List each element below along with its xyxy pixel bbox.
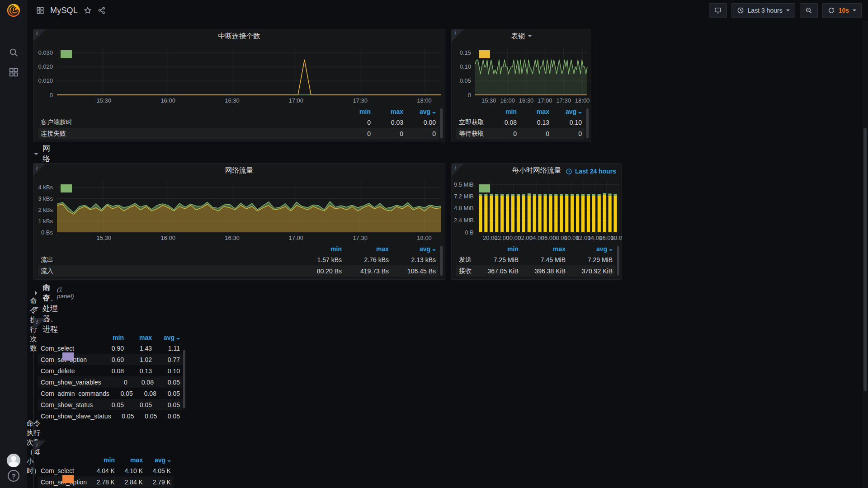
legend: minmaxavg 客户端超时00.030.00连接失败000 [33,106,445,141]
star-icon[interactable] [84,6,92,14]
chevron-down-icon [786,9,790,11]
legend-sort-max[interactable]: max [517,108,549,115]
panel-title[interactable]: 表锁 [452,29,591,43]
legend-sort-max[interactable]: max [519,245,566,253]
legend-sort-min[interactable]: min [338,108,371,115]
zoom-out-button[interactable] [800,3,818,18]
svg-text:1 kBs: 1 kBs [38,218,53,225]
panel-aborted-connections: i 中断连接个数 15:3016:0016:3017:0017:3018:000… [33,29,445,142]
svg-text:0.030: 0.030 [38,49,53,56]
chevron-down-icon [528,35,532,37]
legend-row[interactable]: Com_show_status0.050.050.05 [38,399,183,410]
svg-text:17:00: 17:00 [288,235,303,241]
legend-sort-avg[interactable]: avg [152,334,180,341]
dashboard-grid-icon[interactable] [36,6,44,14]
legend-sort-min[interactable]: min [472,245,519,253]
legend-sort-max[interactable]: max [371,108,403,115]
legend-row[interactable]: 发送7.25 MiB7.45 MiB7.29 MiB [456,254,615,265]
panel-count: (1 panel) [57,286,74,300]
svg-text:16:30: 16:30 [225,235,240,241]
legend-row[interactable]: Com_show_slave_status0.050.050.05 [38,410,183,422]
legend-row[interactable]: 流出1.57 kBs2.76 kBs2.13 kBs [38,254,439,265]
legend: minmaxavg Com_select0.901.431.11Com_set_… [35,332,188,431]
panel-command-counters: i 命令执行次数 15:1015:2015:3015:4015:5016:001… [33,318,34,435]
legend-sort-min[interactable]: min [295,245,342,253]
legend-scrollbar[interactable] [586,108,589,138]
search-icon[interactable] [0,42,27,62]
panel-command-counters-hourly: i Last 24 hours 命令执行次数（每小时） 20:0022:0000… [33,440,34,488]
legend-row[interactable]: Com_select4.04 K4.10 K4.05 K [38,465,174,476]
svg-text:16:30: 16:30 [225,97,240,104]
legend-row[interactable]: Com_set_option0.601.020.77 [38,354,183,365]
share-icon[interactable] [98,6,106,14]
legend-row[interactable]: Com_show_variables00.080.05 [38,376,183,388]
legend-row[interactable]: 流入80.20 Bs419.73 Bs106.45 Bs [38,265,439,277]
time-range-badge[interactable]: Last 24 hours [566,168,616,175]
panel-title[interactable]: 中断连接个数 [33,29,445,43]
svg-text:0 B: 0 B [465,229,474,236]
legend-sort-avg[interactable]: avg [566,245,613,253]
dashboard-title[interactable]: MySQL [50,6,78,15]
legend-sort-avg[interactable]: avg [549,108,582,115]
svg-text:18:00: 18:00 [611,235,622,241]
svg-text:17:30: 17:30 [353,97,368,104]
legend-row[interactable]: 连接失败000 [38,128,439,139]
legend-header: minmaxavg [38,107,439,117]
svg-text:18:00: 18:00 [575,97,590,104]
user-avatar[interactable] [7,454,20,467]
panel-hourly-network-traffic: i Last 24 hours 每小时网络流量 20:0022:0000:000… [451,163,622,280]
svg-text:2 kBs: 2 kBs [38,206,53,213]
legend-header: minmaxavg [456,244,615,254]
legend-sort-avg[interactable]: avg [143,456,171,464]
dashboards-icon[interactable] [0,62,27,82]
help-icon[interactable]: ? [8,470,19,482]
time-range-picker[interactable]: Last 3 hours [731,3,795,18]
legend-row[interactable]: Com_select0.901.431.11 [38,343,183,354]
chevron-right-icon [35,291,38,295]
tv-mode-button[interactable] [709,3,727,18]
legend-sort-max[interactable]: max [124,334,152,341]
table-locks-chart[interactable]: 15:3016:0016:3017:0017:3018:000.150.100.… [452,43,591,106]
legend-sort-min[interactable]: min [96,334,124,341]
legend-header: minmaxavg [456,107,585,117]
legend: minmaxavg 立即获取0.080.130.10等待获取000 [452,106,591,141]
svg-text:0.020: 0.020 [38,63,53,70]
legend-sort-max[interactable]: max [342,245,389,253]
legend-sort-avg[interactable]: avg [403,108,436,115]
refresh-button[interactable]: 10s [822,3,862,18]
legend-row[interactable]: 等待获取000 [456,128,585,139]
legend-header: minmaxavg [38,333,183,343]
legend-row[interactable]: Com_delete0.080.130.10 [38,365,183,376]
legend-scrollbar[interactable] [440,108,443,138]
scrollbar-thumb[interactable] [863,128,867,391]
svg-text:15:30: 15:30 [96,235,111,241]
svg-text:9.5 MiB: 9.5 MiB [454,181,474,188]
legend-sort-avg[interactable]: avg [389,245,436,253]
network-traffic-chart[interactable]: 15:3016:0016:3017:0017:3018:004 kBs3 kBs… [33,177,445,243]
legend-sort-min[interactable]: min [87,456,115,464]
sidebar: ? [0,0,27,488]
legend-scrollbar[interactable] [440,246,443,276]
grafana-logo[interactable] [0,0,27,21]
legend-row[interactable]: 客户端超时00.030.00 [38,117,439,128]
legend-row[interactable]: 立即获取0.080.130.10 [456,117,585,128]
legend-sort-min[interactable]: min [484,108,517,115]
svg-text:0.010: 0.010 [38,77,53,84]
svg-text:0.10: 0.10 [460,63,471,70]
page-scrollbar[interactable] [863,21,868,488]
svg-text:0.15: 0.15 [460,49,471,56]
legend-scrollbar[interactable] [183,350,185,408]
panel-title[interactable]: 网络流量 [33,164,445,177]
row-header-network[interactable]: 网络 [33,148,34,160]
svg-text:0: 0 [50,92,53,99]
aborted-connections-chart[interactable]: 15:3016:0016:3017:0017:3018:000.0300.020… [33,43,445,106]
legend-row[interactable]: 接收367.05 KiB396.38 KiB370.92 KiB [456,265,615,277]
svg-text:4.8 MiB: 4.8 MiB [454,205,474,211]
legend: minmaxavg 发送7.25 MiB7.45 MiB7.29 MiB接收36… [452,243,622,278]
legend-row[interactable]: Com_set_option2.78 K2.84 K2.79 K [38,476,174,488]
legend-sort-max[interactable]: max [115,456,143,464]
hourly-network-traffic-chart[interactable]: 20:0022:0000:0002:0004:0006:0008:0010:00… [452,177,622,243]
svg-text:0.05: 0.05 [460,77,471,84]
legend-row[interactable]: Com_admin_commands0.050.080.05 [38,388,183,399]
legend-scrollbar[interactable] [617,246,619,276]
